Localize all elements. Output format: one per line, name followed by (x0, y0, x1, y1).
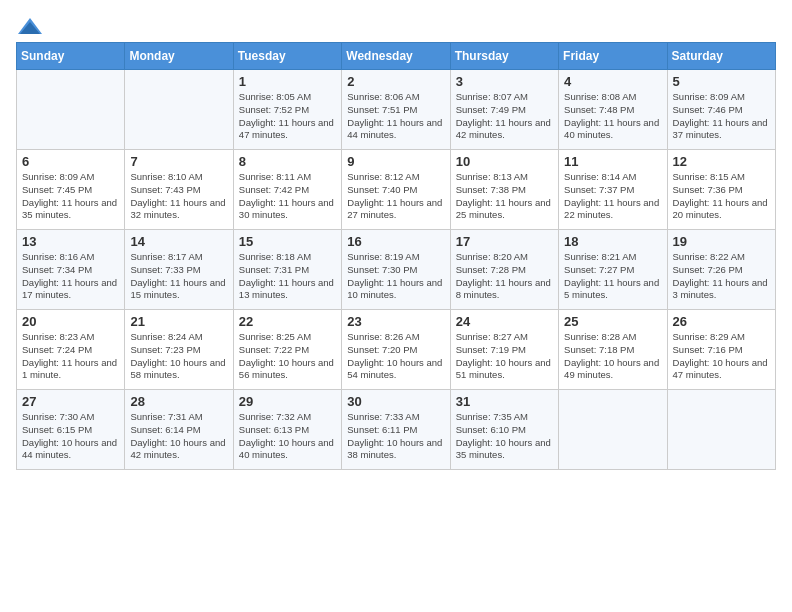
calendar-cell: 21Sunrise: 8:24 AM Sunset: 7:23 PM Dayli… (125, 310, 233, 390)
calendar-cell: 22Sunrise: 8:25 AM Sunset: 7:22 PM Dayli… (233, 310, 341, 390)
calendar-cell: 31Sunrise: 7:35 AM Sunset: 6:10 PM Dayli… (450, 390, 558, 470)
page-header (16, 16, 776, 38)
day-number: 19 (673, 234, 770, 249)
day-info: Sunrise: 8:09 AM Sunset: 7:46 PM Dayligh… (673, 91, 770, 142)
calendar-cell: 18Sunrise: 8:21 AM Sunset: 7:27 PM Dayli… (559, 230, 667, 310)
day-info: Sunrise: 8:14 AM Sunset: 7:37 PM Dayligh… (564, 171, 661, 222)
calendar-week-row: 13Sunrise: 8:16 AM Sunset: 7:34 PM Dayli… (17, 230, 776, 310)
calendar-header-row: SundayMondayTuesdayWednesdayThursdayFrid… (17, 43, 776, 70)
calendar-cell: 4Sunrise: 8:08 AM Sunset: 7:48 PM Daylig… (559, 70, 667, 150)
calendar-cell: 3Sunrise: 8:07 AM Sunset: 7:49 PM Daylig… (450, 70, 558, 150)
day-info: Sunrise: 8:20 AM Sunset: 7:28 PM Dayligh… (456, 251, 553, 302)
day-number: 2 (347, 74, 444, 89)
day-header-wednesday: Wednesday (342, 43, 450, 70)
day-info: Sunrise: 8:13 AM Sunset: 7:38 PM Dayligh… (456, 171, 553, 222)
calendar-cell: 13Sunrise: 8:16 AM Sunset: 7:34 PM Dayli… (17, 230, 125, 310)
day-header-thursday: Thursday (450, 43, 558, 70)
calendar-cell: 12Sunrise: 8:15 AM Sunset: 7:36 PM Dayli… (667, 150, 775, 230)
calendar-week-row: 27Sunrise: 7:30 AM Sunset: 6:15 PM Dayli… (17, 390, 776, 470)
day-info: Sunrise: 8:25 AM Sunset: 7:22 PM Dayligh… (239, 331, 336, 382)
calendar-table: SundayMondayTuesdayWednesdayThursdayFrid… (16, 42, 776, 470)
day-header-sunday: Sunday (17, 43, 125, 70)
day-number: 22 (239, 314, 336, 329)
day-number: 25 (564, 314, 661, 329)
day-number: 10 (456, 154, 553, 169)
day-info: Sunrise: 8:08 AM Sunset: 7:48 PM Dayligh… (564, 91, 661, 142)
day-info: Sunrise: 7:31 AM Sunset: 6:14 PM Dayligh… (130, 411, 227, 462)
day-info: Sunrise: 7:32 AM Sunset: 6:13 PM Dayligh… (239, 411, 336, 462)
calendar-cell: 27Sunrise: 7:30 AM Sunset: 6:15 PM Dayli… (17, 390, 125, 470)
day-number: 18 (564, 234, 661, 249)
calendar-cell: 7Sunrise: 8:10 AM Sunset: 7:43 PM Daylig… (125, 150, 233, 230)
day-header-monday: Monday (125, 43, 233, 70)
day-info: Sunrise: 8:24 AM Sunset: 7:23 PM Dayligh… (130, 331, 227, 382)
day-info: Sunrise: 8:19 AM Sunset: 7:30 PM Dayligh… (347, 251, 444, 302)
calendar-cell: 23Sunrise: 8:26 AM Sunset: 7:20 PM Dayli… (342, 310, 450, 390)
day-number: 4 (564, 74, 661, 89)
calendar-cell: 2Sunrise: 8:06 AM Sunset: 7:51 PM Daylig… (342, 70, 450, 150)
day-number: 13 (22, 234, 119, 249)
calendar-cell: 24Sunrise: 8:27 AM Sunset: 7:19 PM Dayli… (450, 310, 558, 390)
day-info: Sunrise: 8:23 AM Sunset: 7:24 PM Dayligh… (22, 331, 119, 382)
day-number: 7 (130, 154, 227, 169)
calendar-cell: 6Sunrise: 8:09 AM Sunset: 7:45 PM Daylig… (17, 150, 125, 230)
day-info: Sunrise: 8:28 AM Sunset: 7:18 PM Dayligh… (564, 331, 661, 382)
calendar-week-row: 6Sunrise: 8:09 AM Sunset: 7:45 PM Daylig… (17, 150, 776, 230)
day-info: Sunrise: 8:29 AM Sunset: 7:16 PM Dayligh… (673, 331, 770, 382)
logo-icon (16, 16, 44, 38)
calendar-cell: 26Sunrise: 8:29 AM Sunset: 7:16 PM Dayli… (667, 310, 775, 390)
day-info: Sunrise: 8:16 AM Sunset: 7:34 PM Dayligh… (22, 251, 119, 302)
day-header-saturday: Saturday (667, 43, 775, 70)
day-number: 11 (564, 154, 661, 169)
day-number: 1 (239, 74, 336, 89)
day-number: 14 (130, 234, 227, 249)
day-info: Sunrise: 8:09 AM Sunset: 7:45 PM Dayligh… (22, 171, 119, 222)
day-info: Sunrise: 8:11 AM Sunset: 7:42 PM Dayligh… (239, 171, 336, 222)
day-number: 28 (130, 394, 227, 409)
day-number: 23 (347, 314, 444, 329)
calendar-cell: 8Sunrise: 8:11 AM Sunset: 7:42 PM Daylig… (233, 150, 341, 230)
calendar-cell: 5Sunrise: 8:09 AM Sunset: 7:46 PM Daylig… (667, 70, 775, 150)
calendar-week-row: 1Sunrise: 8:05 AM Sunset: 7:52 PM Daylig… (17, 70, 776, 150)
day-info: Sunrise: 8:10 AM Sunset: 7:43 PM Dayligh… (130, 171, 227, 222)
calendar-week-row: 20Sunrise: 8:23 AM Sunset: 7:24 PM Dayli… (17, 310, 776, 390)
calendar-cell: 9Sunrise: 8:12 AM Sunset: 7:40 PM Daylig… (342, 150, 450, 230)
calendar-cell: 19Sunrise: 8:22 AM Sunset: 7:26 PM Dayli… (667, 230, 775, 310)
calendar-cell (667, 390, 775, 470)
day-header-friday: Friday (559, 43, 667, 70)
day-number: 30 (347, 394, 444, 409)
day-info: Sunrise: 7:33 AM Sunset: 6:11 PM Dayligh… (347, 411, 444, 462)
day-number: 16 (347, 234, 444, 249)
day-number: 3 (456, 74, 553, 89)
calendar-cell (17, 70, 125, 150)
calendar-cell: 17Sunrise: 8:20 AM Sunset: 7:28 PM Dayli… (450, 230, 558, 310)
calendar-cell: 1Sunrise: 8:05 AM Sunset: 7:52 PM Daylig… (233, 70, 341, 150)
day-number: 8 (239, 154, 336, 169)
calendar-cell: 11Sunrise: 8:14 AM Sunset: 7:37 PM Dayli… (559, 150, 667, 230)
calendar-cell: 16Sunrise: 8:19 AM Sunset: 7:30 PM Dayli… (342, 230, 450, 310)
day-info: Sunrise: 8:26 AM Sunset: 7:20 PM Dayligh… (347, 331, 444, 382)
day-info: Sunrise: 8:17 AM Sunset: 7:33 PM Dayligh… (130, 251, 227, 302)
calendar-cell: 29Sunrise: 7:32 AM Sunset: 6:13 PM Dayli… (233, 390, 341, 470)
day-number: 26 (673, 314, 770, 329)
calendar-cell (125, 70, 233, 150)
day-number: 21 (130, 314, 227, 329)
day-info: Sunrise: 8:21 AM Sunset: 7:27 PM Dayligh… (564, 251, 661, 302)
day-number: 15 (239, 234, 336, 249)
day-info: Sunrise: 7:30 AM Sunset: 6:15 PM Dayligh… (22, 411, 119, 462)
day-info: Sunrise: 8:07 AM Sunset: 7:49 PM Dayligh… (456, 91, 553, 142)
day-info: Sunrise: 7:35 AM Sunset: 6:10 PM Dayligh… (456, 411, 553, 462)
calendar-cell: 30Sunrise: 7:33 AM Sunset: 6:11 PM Dayli… (342, 390, 450, 470)
day-info: Sunrise: 8:27 AM Sunset: 7:19 PM Dayligh… (456, 331, 553, 382)
day-header-tuesday: Tuesday (233, 43, 341, 70)
calendar-cell: 28Sunrise: 7:31 AM Sunset: 6:14 PM Dayli… (125, 390, 233, 470)
calendar-cell: 15Sunrise: 8:18 AM Sunset: 7:31 PM Dayli… (233, 230, 341, 310)
calendar-cell (559, 390, 667, 470)
day-info: Sunrise: 8:15 AM Sunset: 7:36 PM Dayligh… (673, 171, 770, 222)
day-number: 5 (673, 74, 770, 89)
calendar-cell: 14Sunrise: 8:17 AM Sunset: 7:33 PM Dayli… (125, 230, 233, 310)
day-info: Sunrise: 8:18 AM Sunset: 7:31 PM Dayligh… (239, 251, 336, 302)
day-number: 20 (22, 314, 119, 329)
day-number: 24 (456, 314, 553, 329)
calendar-cell: 20Sunrise: 8:23 AM Sunset: 7:24 PM Dayli… (17, 310, 125, 390)
